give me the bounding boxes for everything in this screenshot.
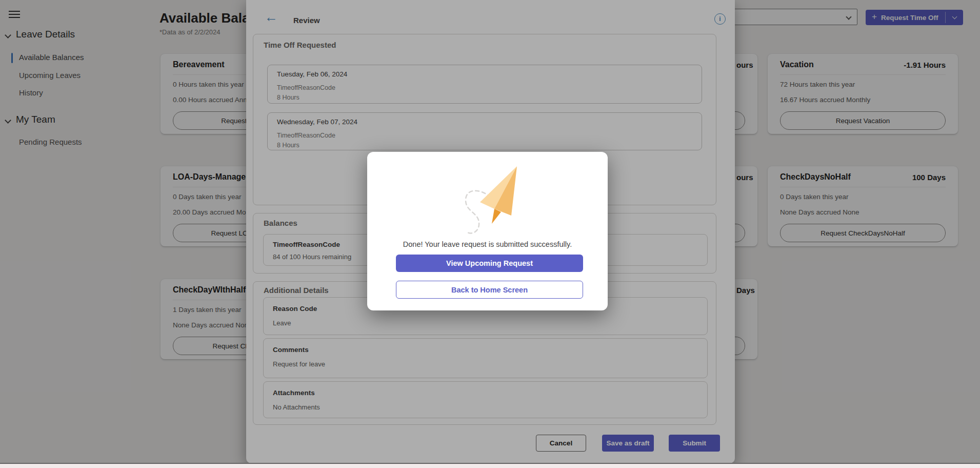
success-dialog: Done! Your leave request is submitted su…: [367, 152, 608, 310]
window-bottom-edge: [0, 463, 980, 468]
back-to-home-button[interactable]: Back to Home Screen: [396, 281, 583, 299]
success-message: Done! Your leave request is submitted su…: [367, 240, 608, 248]
view-upcoming-request-button[interactable]: View Upcoming Request: [396, 255, 583, 272]
paper-plane-illustration: [436, 159, 538, 236]
app-screen: Leave Details Available Balances Upcomin…: [0, 0, 980, 468]
